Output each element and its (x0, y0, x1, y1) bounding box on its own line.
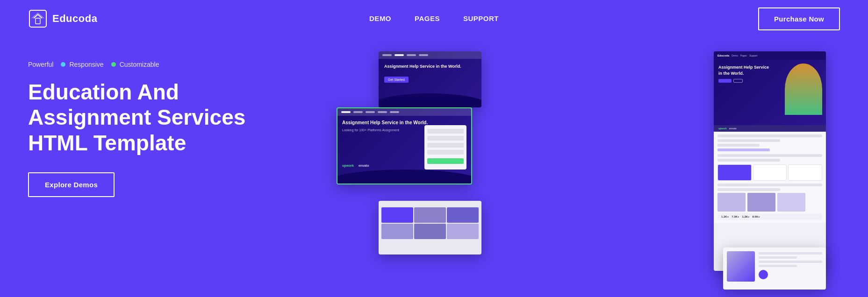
sc-br-line-2 (759, 256, 797, 259)
sc-rt-nav-1: Demo (732, 54, 738, 57)
screenshot-center-large: Assignment Help Service in the World. Lo… (337, 107, 472, 184)
sc-form-field-1 (427, 129, 464, 134)
nav-link-support[interactable]: SUPPORT (463, 14, 499, 22)
sc-center-nav-d4 (378, 111, 387, 113)
sc-form-submit (427, 158, 464, 164)
sc-bc-cell-3 (447, 207, 479, 223)
sc-bc-cell-2 (414, 207, 446, 223)
screenshot-right-tall: Educoda Demo Pages Support Assignment He… (714, 51, 826, 271)
purchase-now-button[interactable]: Purchase Now (758, 7, 840, 30)
sc-center-nav-d3 (366, 111, 375, 113)
sc-rt-stat-2: 7.3K+ (732, 215, 739, 218)
sc-bc-cell-5 (414, 224, 446, 239)
sc-rt-img-1 (717, 193, 746, 212)
sc-bc-cell-4 (381, 224, 413, 239)
sc-rt-btn1 (718, 79, 732, 83)
badge-customizable: Customizable (120, 61, 159, 68)
sc-rt-img-3 (777, 193, 805, 212)
sc-wave (379, 93, 481, 107)
hero-section: Powerful Responsive Customizable Educati… (0, 37, 868, 297)
sc-rt-hero-text: Assignment Help Service in the World. (718, 64, 770, 76)
sc-center-nav-d1 (341, 111, 351, 113)
badge-dot-blue (61, 62, 65, 67)
sc-form-field-2 (427, 136, 464, 141)
sc-rt-card-2 (753, 164, 787, 181)
sc-bc-cell-6 (447, 224, 479, 239)
logo[interactable]: Educoda (28, 9, 97, 28)
screenshot-bottom-right (723, 248, 826, 290)
badges: Powerful Responsive Customizable (28, 61, 308, 68)
sc-bc-cell-1 (381, 207, 413, 223)
sc-bc-title (379, 201, 481, 205)
sc-form-field-4 (427, 150, 464, 155)
sc-form-field-3 (427, 143, 464, 148)
logo-icon (28, 9, 48, 28)
hero-title: Education And Assignment Services HTML T… (28, 79, 271, 156)
sc-rt-logos: upwork envato (714, 125, 826, 132)
sc-rt-nav-3: Support (749, 54, 758, 57)
sc-br-line-1 (759, 252, 822, 255)
sc-center-nav-d5 (390, 111, 399, 113)
sc-rt-logo-envato: envato (729, 127, 737, 130)
badge-responsive: Responsive (69, 61, 103, 68)
sc-rt-logo-text: Educoda (717, 54, 729, 57)
sc-logo-upwork: upwork (342, 164, 354, 167)
sc-rt-row-7 (717, 188, 780, 191)
badge-customizable-item: Customizable (111, 61, 159, 68)
sc-rt-nav-2: Pages (740, 54, 747, 57)
sc-logo-envato: envato (359, 164, 369, 167)
badge-powerful: Powerful (28, 61, 53, 68)
nav-link-demo[interactable]: DEMO (369, 14, 391, 22)
svg-rect-1 (36, 18, 40, 24)
sc-rt-stat-1: 1.2K+ (721, 215, 729, 218)
nav-item-pages[interactable]: PAGES (415, 14, 440, 23)
sc-rt-card-1 (717, 164, 752, 181)
sc-center-logos: upwork envato (342, 164, 369, 167)
sc-rt-logo-upwork: upwork (718, 127, 727, 130)
sc-center-wave (337, 170, 471, 184)
sc-nav-dot-3 (419, 54, 428, 56)
sc-center-nav (337, 108, 471, 116)
sc-rt-stat-3: 1.2K+ (742, 215, 749, 218)
explore-demos-button[interactable]: Explore Demos (28, 172, 115, 197)
nav-item-demo[interactable]: DEMO (369, 14, 391, 23)
sc-br-line-3 (759, 261, 822, 263)
sc-rt-row-5 (717, 159, 780, 162)
sc-rt-img-row (717, 193, 822, 212)
sc-nav-dot-active (395, 54, 404, 56)
sc-rt-row-3 (717, 144, 760, 147)
navbar: Educoda DEMO PAGES SUPPORT Purchase Now (0, 0, 868, 37)
sc-rt-row-4 (717, 154, 822, 157)
sc-tc-hero-text: Assignment Help Service in the World. (379, 59, 481, 74)
sc-rt-row-6 (717, 184, 822, 186)
sc-rt-content: 1.2K+ 7.3K+ 1.2K+ 9.5K+ (714, 132, 826, 223)
hero-screenshots: Assignment Help Service in the World. Ge… (308, 47, 840, 297)
sc-rt-btn2 (733, 79, 743, 83)
logo-text: Educoda (52, 13, 97, 25)
sc-rt-card-3 (788, 164, 822, 181)
sc-rt-person-image (785, 64, 822, 115)
nav-item-support[interactable]: SUPPORT (463, 14, 499, 23)
sc-rt-stats: 1.2K+ 7.3K+ 1.2K+ 9.5K+ (717, 213, 822, 220)
sc-nav-dot-2 (407, 54, 416, 56)
sc-rt-stat-4: 9.5K+ (753, 215, 760, 218)
screenshot-bottom-center (379, 201, 481, 255)
screenshot-top-center: Assignment Help Service in the World. Ge… (379, 51, 481, 107)
nav-link-pages[interactable]: PAGES (415, 14, 440, 22)
sc-br-image (727, 251, 755, 282)
badge-dot-green (111, 62, 116, 67)
sc-center-nav-d2 (353, 111, 363, 113)
nav-links: DEMO PAGES SUPPORT (369, 14, 499, 23)
sc-rt-header: Educoda Demo Pages Support (714, 51, 826, 60)
sc-rt-row-accent (717, 148, 770, 151)
sc-rt-cards (717, 164, 822, 181)
sc-tc-heading: Assignment Help Service in the World. (384, 64, 476, 70)
sc-br-text-area (759, 251, 822, 279)
badge-responsive-item: Responsive (61, 61, 103, 68)
hero-left: Powerful Responsive Customizable Educati… (28, 47, 308, 197)
sc-center-form (424, 125, 466, 170)
sc-rt-hero-area: Assignment Help Service in the World. (714, 60, 826, 125)
sc-rt-row-1 (717, 134, 822, 137)
sc-rt-img-2 (747, 193, 775, 212)
sc-nav-bar (379, 51, 481, 59)
